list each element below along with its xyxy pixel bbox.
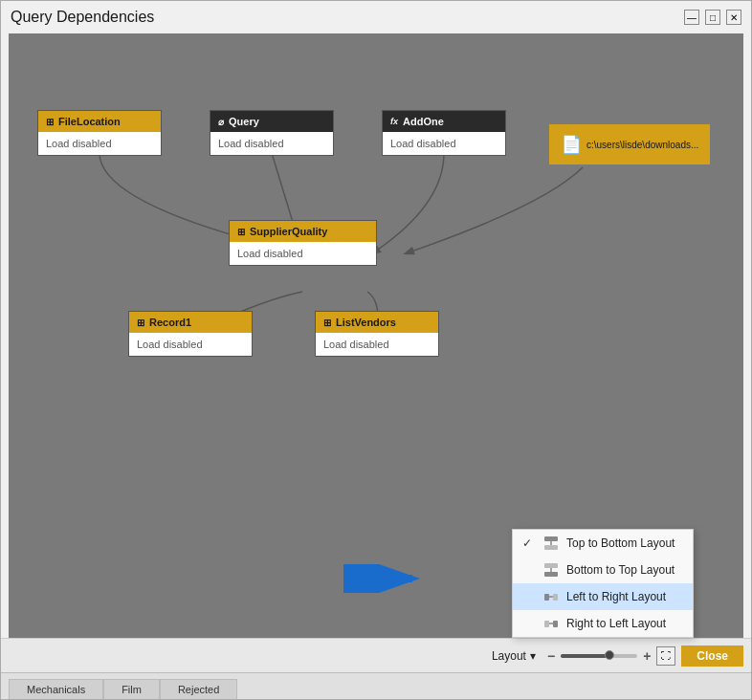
- menu-label-left-right: Left to Right Layout: [566, 590, 666, 603]
- node-addone-label: AddOne: [403, 116, 444, 127]
- node-query-header: ⌀ Query: [210, 111, 333, 132]
- node-supplierquality-label: SupplierQuality: [250, 226, 327, 237]
- node-addone-body: Load disabled: [383, 132, 505, 155]
- node-supplierquality[interactable]: ⊞ SupplierQuality Load disabled: [229, 220, 377, 266]
- node-addone[interactable]: fx AddOne Load disabled: [382, 110, 506, 156]
- node-filelocation-body: Load disabled: [38, 132, 161, 155]
- file-node[interactable]: 📄 c:\users\lisde\downloads...: [549, 124, 710, 164]
- check-icon: ✓: [522, 536, 536, 550]
- node-listvendors-header: ⊞ ListVendors: [316, 312, 438, 333]
- dropdown-icon: ▾: [530, 649, 536, 663]
- table-icon2: ⊞: [237, 227, 245, 237]
- svg-rect-2: [544, 536, 558, 541]
- menu-item-right-left[interactable]: Right to Left Layout: [513, 610, 693, 637]
- node-listvendors-body: Load disabled: [316, 333, 438, 356]
- menu-label-bottom-top: Bottom to Top Layout: [566, 563, 675, 577]
- layout-dropdown-button[interactable]: Layout ▾: [486, 647, 542, 665]
- left-right-icon: [543, 589, 559, 604]
- fit-icon: ⛶: [661, 650, 671, 661]
- node-query-label: Query: [229, 116, 259, 127]
- svg-rect-6: [544, 572, 558, 577]
- zoom-slider-thumb[interactable]: [605, 650, 614, 660]
- close-window-button[interactable]: ✕: [726, 10, 741, 25]
- file-icon: 📄: [561, 134, 582, 155]
- svg-rect-9: [553, 594, 558, 601]
- tab-mechanicals[interactable]: Mechanicals: [9, 679, 103, 699]
- minimize-button[interactable]: —: [684, 10, 699, 25]
- svg-rect-11: [544, 621, 549, 627]
- table-icon3: ⊞: [137, 317, 144, 328]
- menu-item-bottom-top[interactable]: Bottom to Top Layout: [513, 557, 693, 583]
- function-icon: fx: [390, 117, 398, 126]
- file-node-label: c:\users\lisde\downloads...: [586, 140, 698, 150]
- node-query[interactable]: ⌀ Query Load disabled: [210, 110, 334, 156]
- node-listvendors[interactable]: ⊞ ListVendors Load disabled: [315, 311, 439, 357]
- maximize-button[interactable]: □: [705, 10, 720, 25]
- menu-label-right-left: Right to Left Layout: [566, 617, 666, 630]
- query-icon: ⌀: [218, 117, 224, 127]
- menu-label-top-bottom: Top to Bottom Layout: [566, 536, 675, 550]
- title-bar: Query Dependencies — □ ✕: [1, 1, 751, 30]
- node-query-body: Load disabled: [210, 132, 333, 155]
- main-window: Query Dependencies — □ ✕: [0, 0, 752, 700]
- tabs-bar: Mechanicals Film Rejected: [1, 672, 751, 699]
- right-left-icon: [543, 616, 559, 631]
- blue-arrow: [343, 564, 420, 596]
- window-title: Query Dependencies: [11, 9, 154, 26]
- svg-rect-5: [544, 563, 558, 568]
- menu-item-top-bottom[interactable]: ✓ Top to Bottom Layout: [513, 530, 693, 557]
- zoom-plus-icon: +: [643, 648, 651, 664]
- menu-item-left-right[interactable]: Left to Right Layout: [513, 583, 693, 610]
- context-menu: ✓ Top to Bottom Layout Bottom to Top Lay…: [512, 529, 694, 638]
- zoom-slider[interactable]: [561, 654, 637, 658]
- node-filelocation-label: FileLocation: [58, 116, 121, 127]
- svg-rect-12: [553, 621, 558, 627]
- tab-rejected[interactable]: Rejected: [160, 679, 237, 699]
- node-record1[interactable]: ⊞ Record1 Load disabled: [128, 311, 253, 357]
- svg-rect-3: [544, 545, 558, 550]
- toolbar: Layout ▾ − + ⛶ Close ✓ Top to Bottom Lay…: [1, 638, 751, 672]
- tab-film[interactable]: Film: [103, 679, 160, 699]
- bottom-top-icon: [543, 562, 559, 578]
- node-record1-header: ⊞ Record1: [129, 312, 252, 333]
- node-supplierquality-body: Load disabled: [230, 242, 376, 265]
- node-record1-label: Record1: [149, 317, 191, 328]
- node-record1-body: Load disabled: [129, 333, 252, 356]
- zoom-slider-fill: [561, 654, 608, 658]
- close-button[interactable]: Close: [681, 645, 743, 667]
- node-addone-header: fx AddOne: [383, 111, 505, 132]
- top-bottom-icon: [543, 536, 559, 551]
- svg-rect-8: [544, 594, 549, 601]
- layout-label: Layout: [492, 649, 526, 663]
- table-icon: ⊞: [46, 117, 54, 127]
- zoom-minus-icon: −: [547, 648, 555, 664]
- node-filelocation-header: ⊞ FileLocation: [38, 111, 161, 132]
- window-controls: — □ ✕: [684, 10, 741, 25]
- node-listvendors-label: ListVendors: [336, 317, 396, 328]
- node-filelocation[interactable]: ⊞ FileLocation Load disabled: [37, 110, 162, 156]
- table-icon4: ⊞: [323, 317, 331, 328]
- node-supplierquality-header: ⊞ SupplierQuality: [230, 221, 376, 242]
- fit-button[interactable]: ⛶: [656, 646, 675, 666]
